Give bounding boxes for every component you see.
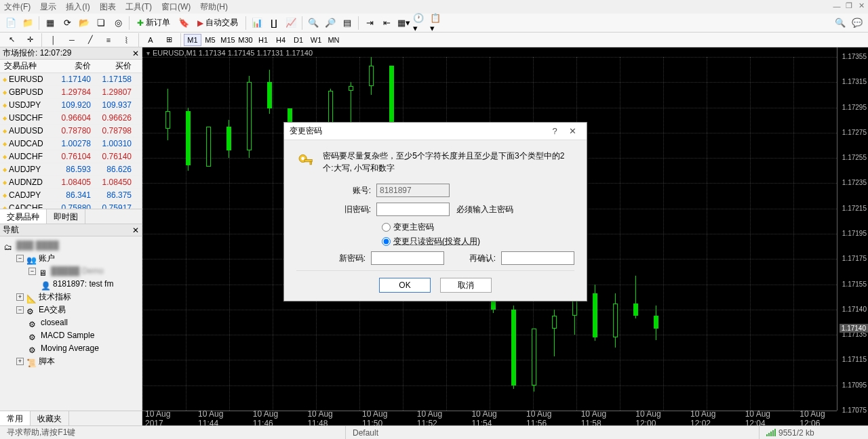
new-order-button[interactable]: ✚新订单 <box>132 16 175 30</box>
menu-insert[interactable]: 插入(I) <box>66 1 90 13</box>
tree-indicators[interactable]: +📐技术指标 <box>1 291 140 304</box>
new-password-field[interactable] <box>371 251 444 265</box>
market-row-CADJPY[interactable]: CADJPY86.34186.375 <box>0 189 142 202</box>
label-icon[interactable]: ⊞ <box>160 34 178 46</box>
tree-server[interactable]: −🖥█████ Demo <box>1 265 140 278</box>
timeframe-M5[interactable]: M5 <box>201 34 219 46</box>
account-field <box>376 184 450 197</box>
tree-account-entry[interactable]: 👤8181897: test fm <box>1 278 140 291</box>
ea-item[interactable]: ⚙closeall <box>1 316 140 329</box>
tile-icon[interactable]: ▤ <box>339 16 355 30</box>
bar-chart-icon[interactable]: 📊 <box>249 16 265 30</box>
zoom-out-icon[interactable]: 🔎 <box>322 16 338 30</box>
timeframe-M1[interactable]: M1 <box>184 34 201 46</box>
ea-item[interactable]: ⚙Moving Average <box>1 342 140 355</box>
minimize-button[interactable]: — <box>831 1 843 11</box>
radio-investor[interactable] <box>382 237 391 246</box>
maximize-button[interactable]: ❐ <box>843 1 855 11</box>
market-row-USDJPY[interactable]: USDJPY109.920109.937 <box>0 99 142 112</box>
market-row-USDCHF[interactable]: USDCHF0.966040.96626 <box>0 112 142 125</box>
tab-favorites[interactable]: 收藏夹 <box>31 411 69 425</box>
line-chart-icon[interactable]: 📈 <box>283 16 299 30</box>
tab-symbols[interactable]: 交易品种 <box>0 209 47 224</box>
zoom-in-icon[interactable]: 🔍 <box>305 16 321 30</box>
chart-y-axis: 1.173551.173151.172951.172751.172551.172… <box>837 47 868 411</box>
fibo-icon[interactable]: ⦚ <box>118 34 136 46</box>
market-row-GBPUSD[interactable]: GBPUSD1.297841.29807 <box>0 86 142 99</box>
indicator-dropdown[interactable]: ▦▾ <box>395 16 412 30</box>
period-dropdown[interactable]: 🕐▾ <box>412 16 429 30</box>
dialog-titlebar[interactable]: 变更密码 ? ✕ <box>284 123 587 140</box>
menu-chart[interactable]: 图表 <box>100 1 116 13</box>
menu-file[interactable]: 文件(F) <box>4 1 31 13</box>
chat-icon[interactable]: 💬 <box>849 16 865 30</box>
dialog-close-icon[interactable]: ✕ <box>564 126 581 136</box>
ea-item[interactable]: ⚙MACD Sample <box>1 329 140 342</box>
refresh-icon[interactable]: ⟳ <box>59 16 75 30</box>
trendline-icon[interactable]: ╱ <box>81 34 99 46</box>
grid-icon[interactable]: ▦ <box>42 16 58 30</box>
timeframe-MN[interactable]: MN <box>325 34 342 46</box>
vline-icon[interactable]: │ <box>45 34 62 46</box>
status-connection[interactable]: 9551/2 kb <box>760 426 821 439</box>
cursor-icon[interactable]: ↖ <box>3 34 20 46</box>
market-row-AUDJPY[interactable]: AUDJPY86.59386.626 <box>0 163 142 176</box>
timeframe-M15[interactable]: M15 <box>219 34 237 46</box>
close-button[interactable]: ✕ <box>855 1 867 11</box>
scroll-icon[interactable]: ⇤ <box>378 16 395 30</box>
market-row-AUDCHF[interactable]: AUDCHF0.761040.76140 <box>0 150 142 163</box>
auto-trade-button[interactable]: ▶自动交易 <box>193 16 243 30</box>
text-icon[interactable]: A <box>142 34 159 46</box>
market-row-CADCHF[interactable]: CADCHF0.758800.75917 <box>0 202 142 209</box>
tree-ea[interactable]: −⚙EA交易 <box>1 304 140 316</box>
panel-close-icon[interactable]: ✕ <box>132 49 139 58</box>
target-icon[interactable]: ◎ <box>110 16 126 30</box>
channel-icon[interactable]: ≡ <box>100 34 117 46</box>
old-password-field[interactable] <box>376 203 450 216</box>
shift-icon[interactable]: ⇥ <box>361 16 378 30</box>
tab-common[interactable]: 常用 <box>0 411 31 425</box>
oldpw-label: 旧密码: <box>296 204 376 215</box>
market-row-EURUSD[interactable]: EURUSD1.171401.17158 <box>0 73 142 86</box>
candle-chart-icon[interactable]: ∐ <box>266 16 282 30</box>
star-icon[interactable]: 📂 <box>76 16 92 30</box>
tag-icon[interactable]: 🔖 <box>176 16 192 30</box>
search-icon[interactable]: 🔍 <box>832 16 848 30</box>
status-profile[interactable]: Default <box>346 426 760 439</box>
timeframe-H1[interactable]: H1 <box>254 34 272 46</box>
window-icon[interactable]: ❏ <box>93 16 109 30</box>
market-watch-header: 交易品种 卖价 买价 <box>0 60 142 73</box>
col-ask[interactable]: 买价 <box>95 60 136 72</box>
folder-icon[interactable]: 📁 <box>20 16 36 30</box>
market-row-AUDUSD[interactable]: AUDUSD0.787800.78798 <box>0 125 142 138</box>
tree-root[interactable]: 🗂███ ████ <box>1 239 140 252</box>
market-row-AUDCAD[interactable]: AUDCAD1.002781.00310 <box>0 138 142 150</box>
timeframe-D1[interactable]: D1 <box>290 34 307 46</box>
panel-close-icon[interactable]: ✕ <box>132 226 139 235</box>
dialog-help-icon[interactable]: ? <box>546 126 564 136</box>
hline-icon[interactable]: ─ <box>63 34 81 46</box>
menu-tools[interactable]: 工具(T) <box>125 1 152 13</box>
crosshair-icon[interactable]: ✛ <box>21 34 39 46</box>
keys-icon <box>296 150 315 173</box>
tab-tick[interactable]: 即时图 <box>47 209 85 224</box>
cancel-button[interactable]: 取消 <box>440 278 492 293</box>
menu-help[interactable]: 帮助(H) <box>200 1 228 13</box>
timeframe-H4[interactable]: H4 <box>272 34 290 46</box>
radio-master[interactable] <box>382 223 391 232</box>
timeframe-W1[interactable]: W1 <box>307 34 325 46</box>
ok-button[interactable]: OK <box>379 278 431 293</box>
market-watch-panel: 市场报价: 12:07:29 ✕ 交易品种 卖价 买价 EURUSD1.1714… <box>0 47 142 224</box>
menu-bar: 文件(F) 显示 插入(I) 图表 工具(T) 窗口(W) 帮助(H) — ❐ … <box>0 0 868 14</box>
menu-view[interactable]: 显示 <box>40 1 56 13</box>
tree-scripts[interactable]: +📜脚本 <box>1 355 140 368</box>
col-bid[interactable]: 卖价 <box>54 60 95 72</box>
tree-accounts[interactable]: −👥账户 <box>1 252 140 265</box>
new-file-icon[interactable]: 📄 <box>3 16 19 30</box>
menu-window[interactable]: 窗口(W) <box>161 1 191 13</box>
template-dropdown[interactable]: 📋▾ <box>429 16 446 30</box>
market-row-AUDNZD[interactable]: AUDNZD1.084051.08450 <box>0 176 142 189</box>
timeframe-M30[interactable]: M30 <box>237 34 254 46</box>
col-symbol[interactable]: 交易品种 <box>0 60 54 72</box>
confirm-password-field[interactable] <box>501 251 574 265</box>
